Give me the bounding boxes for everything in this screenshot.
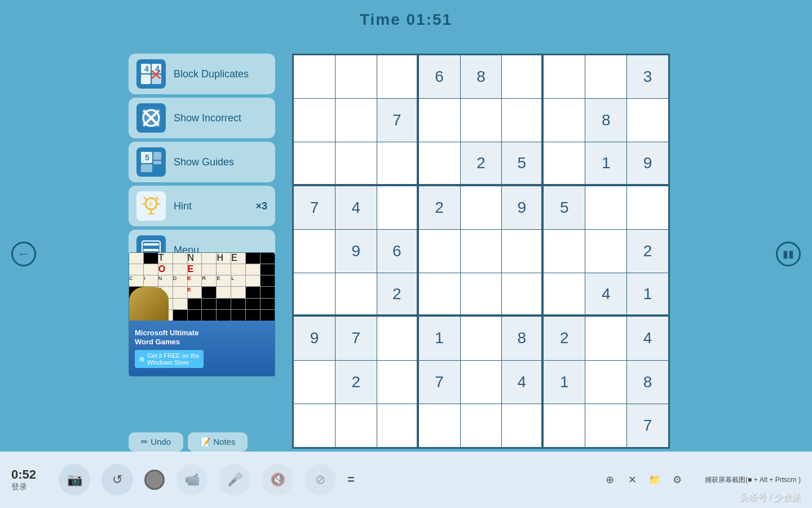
cell-6-6[interactable]: 2 — [544, 317, 585, 360]
cell-4-4[interactable] — [461, 230, 502, 273]
cell-0-8[interactable]: 3 — [627, 55, 668, 98]
pause-button[interactable]: ▮▮ — [776, 242, 801, 266]
cell-2-6[interactable] — [544, 142, 585, 185]
cell-8-5[interactable] — [502, 404, 543, 447]
cell-5-4[interactable] — [461, 273, 502, 316]
rotate-button[interactable]: ↺ — [102, 464, 133, 496]
cell-7-6[interactable]: 1 — [544, 361, 585, 404]
cell-5-8[interactable]: 1 — [627, 273, 668, 316]
cell-4-2[interactable]: 6 — [377, 230, 418, 273]
cell-6-5[interactable]: 8 — [502, 317, 543, 360]
more-options-button[interactable]: ⊘ — [304, 464, 336, 496]
cell-8-8[interactable]: 7 — [627, 404, 668, 447]
xbox-icon[interactable]: ⊕ — [602, 472, 617, 488]
cell-3-7[interactable] — [585, 186, 626, 229]
cell-3-8[interactable] — [627, 186, 668, 229]
cell-2-4[interactable]: 2 — [461, 142, 502, 185]
cell-1-6[interactable] — [544, 99, 585, 142]
cell-6-8[interactable]: 4 — [627, 317, 668, 360]
hint-button[interactable]: ! Hint ×3 — [129, 186, 275, 226]
cell-4-3[interactable] — [419, 230, 460, 273]
cell-0-6[interactable] — [544, 55, 585, 98]
cell-7-0[interactable] — [294, 361, 335, 404]
cell-0-3[interactable]: 6 — [419, 55, 460, 98]
folder-icon[interactable]: 📁 — [647, 472, 663, 488]
cell-8-2[interactable] — [377, 404, 418, 447]
cell-6-2[interactable] — [377, 317, 418, 360]
cell-7-7[interactable] — [585, 361, 626, 404]
cell-4-8[interactable]: 2 — [627, 230, 668, 273]
cell-7-4[interactable] — [461, 361, 502, 404]
mute-video-button[interactable]: 📹 — [176, 464, 208, 496]
cell-3-5[interactable]: 9 — [502, 186, 543, 229]
cell-5-3[interactable] — [419, 273, 460, 316]
cell-8-7[interactable] — [585, 404, 626, 447]
cell-1-7[interactable]: 8 — [585, 99, 626, 142]
cell-5-6[interactable] — [544, 273, 585, 316]
screenshot-button[interactable]: 📷 — [59, 464, 90, 496]
cell-1-4[interactable] — [461, 99, 502, 142]
cell-2-0[interactable] — [294, 142, 335, 185]
cell-7-8[interactable]: 8 — [627, 361, 668, 404]
cell-3-3[interactable]: 2 — [419, 186, 460, 229]
cell-0-5[interactable] — [502, 55, 543, 98]
settings-icon[interactable]: ⚙ — [669, 472, 685, 488]
cell-7-3[interactable]: 7 — [419, 361, 460, 404]
audio-button[interactable]: 🎤 — [219, 464, 250, 496]
cell-4-0[interactable] — [294, 230, 335, 273]
cell-5-5[interactable] — [502, 273, 543, 316]
cell-3-4[interactable] — [461, 186, 502, 229]
cell-6-3[interactable]: 1 — [419, 317, 460, 360]
cell-5-7[interactable]: 4 — [585, 273, 626, 316]
cell-3-2[interactable] — [377, 186, 418, 229]
cell-0-7[interactable] — [585, 55, 626, 98]
show-incorrect-button[interactable]: Show Incorrect — [129, 98, 275, 138]
cell-8-1[interactable] — [336, 404, 377, 447]
back-button[interactable]: ← — [11, 242, 36, 266]
cell-2-1[interactable] — [336, 142, 377, 185]
cell-3-6[interactable]: 5 — [544, 186, 585, 229]
cell-8-6[interactable] — [544, 404, 585, 447]
cell-1-2[interactable]: 7 — [377, 99, 418, 142]
show-guides-button[interactable]: 5 Show Guides — [129, 142, 275, 182]
notes-button[interactable]: 📝 Notes — [188, 432, 248, 452]
cell-7-2[interactable] — [377, 361, 418, 404]
cell-6-4[interactable] — [461, 317, 502, 360]
cell-3-0[interactable]: 7 — [294, 186, 335, 229]
cell-2-2[interactable] — [377, 142, 418, 185]
cell-8-0[interactable] — [294, 404, 335, 447]
cell-8-3[interactable] — [419, 404, 460, 447]
cell-1-8[interactable] — [627, 99, 668, 142]
cell-6-1[interactable]: 7 — [336, 317, 377, 360]
cell-6-0[interactable]: 9 — [294, 317, 335, 360]
mute-audio-button[interactable]: 🔇 — [262, 464, 293, 496]
cell-2-3[interactable] — [419, 142, 460, 185]
cell-4-7[interactable] — [585, 230, 626, 273]
cell-0-2[interactable] — [377, 55, 418, 98]
cell-6-7[interactable] — [585, 317, 626, 360]
undo-button[interactable]: ✏ Undo — [129, 432, 183, 452]
cell-5-2[interactable]: 2 — [377, 273, 418, 316]
cell-7-5[interactable]: 4 — [502, 361, 543, 404]
cell-0-4[interactable]: 8 — [461, 55, 502, 98]
cell-3-1[interactable]: 4 — [336, 186, 377, 229]
ad-store-button[interactable]: ⊞ Get it FREE on theWindows Store — [135, 350, 204, 368]
xbox-friends-icon[interactable]: ✕ — [624, 472, 640, 488]
cell-1-0[interactable] — [294, 99, 335, 142]
cell-1-1[interactable] — [336, 99, 377, 142]
cell-2-5[interactable]: 5 — [502, 142, 543, 185]
cell-0-1[interactable] — [336, 55, 377, 98]
cell-1-5[interactable] — [502, 99, 543, 142]
ad-banner[interactable]: TNHE OE CINDEREL EE E MAP Microsoft Ulti… — [129, 252, 275, 376]
cell-2-8[interactable]: 9 — [627, 142, 668, 185]
cell-2-7[interactable]: 1 — [585, 142, 626, 185]
block-duplicates-button[interactable]: 4 4 Block Duplicates — [129, 54, 275, 94]
cell-8-4[interactable] — [461, 404, 502, 447]
cell-1-3[interactable] — [419, 99, 460, 142]
cell-4-1[interactable]: 9 — [336, 230, 377, 273]
cell-5-1[interactable] — [336, 273, 377, 316]
cell-4-6[interactable] — [544, 230, 585, 273]
cell-5-0[interactable] — [294, 273, 335, 316]
cell-0-0[interactable] — [294, 55, 335, 98]
cell-7-1[interactable]: 2 — [336, 361, 377, 404]
